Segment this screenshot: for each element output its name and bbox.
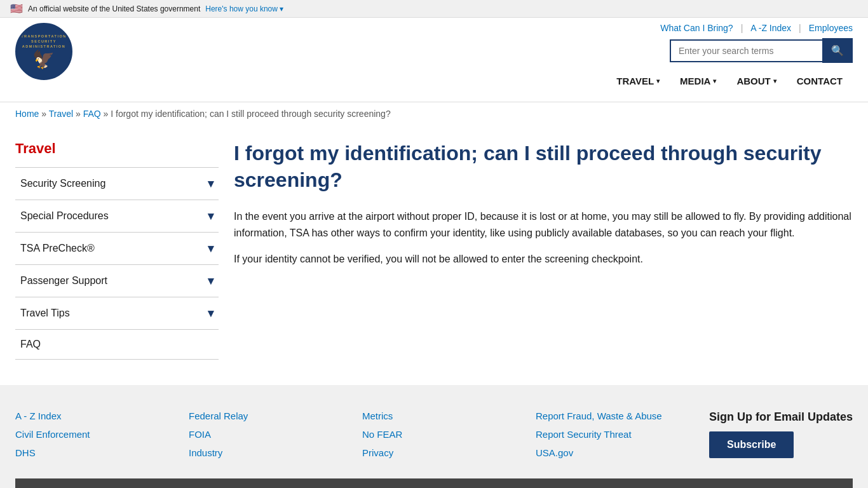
footer-col-1: A - Z Index Civil Enforcement DHS — [15, 410, 173, 458]
logo-text: TRANSPORTATIONSECURITYADMINISTRATION — [21, 34, 67, 49]
nav-travel[interactable]: TRAVEL ▾ — [606, 71, 670, 92]
breadcrumb-travel[interactable]: Travel — [49, 109, 73, 119]
eagle-icon: 🦅 — [32, 51, 55, 69]
main-container: Travel Security Screening ▾ Special Proc… — [0, 125, 868, 385]
footer-link-foia[interactable]: FOIA — [189, 429, 347, 440]
gov-banner: 🇺🇸 An official website of the United Sta… — [0, 0, 868, 18]
site-header: TRANSPORTATIONSECURITYADMINISTRATION 🦅 W… — [0, 18, 868, 102]
sidebar-link-tsa-precheck: TSA PreCheck® — [20, 243, 95, 254]
main-content: I forgot my identification; can I still … — [234, 140, 853, 360]
subscribe-button[interactable]: Subscribe — [709, 431, 794, 458]
nav-contact[interactable]: CONTACT — [787, 71, 853, 92]
footer-signup: Sign Up for Email Updates Subscribe — [709, 410, 853, 458]
media-chevron-icon: ▾ — [713, 78, 716, 85]
chevron-down-icon: ▾ — [208, 274, 214, 288]
footer-col-4: Report Fraud, Waste & Abuse Report Secur… — [536, 410, 694, 458]
footer-link-federal-relay[interactable]: Federal Relay — [189, 410, 347, 421]
search-button[interactable]: 🔍 — [822, 38, 853, 63]
sidebar-item-travel-tips[interactable]: Travel Tips ▾ — [15, 297, 219, 329]
header-right: What Can I Bring? | A -Z Index | Employe… — [606, 23, 853, 92]
sidebar: Travel Security Screening ▾ Special Proc… — [15, 140, 219, 360]
signup-title: Sign Up for Email Updates — [709, 410, 853, 424]
page-title: I forgot my identification; can I still … — [234, 140, 853, 193]
content-paragraph-1: In the event you arrive at the airport w… — [234, 208, 853, 241]
sidebar-link-security-screening: Security Screening — [20, 178, 105, 189]
us-flag-icon: 🇺🇸 — [10, 3, 23, 15]
tsa-logo: TRANSPORTATIONSECURITYADMINISTRATION 🦅 — [15, 23, 72, 80]
search-icon: 🔍 — [831, 44, 844, 57]
nav-media[interactable]: MEDIA ▾ — [670, 71, 726, 92]
az-index-link[interactable]: A -Z Index — [750, 23, 791, 33]
sidebar-item-tsa-precheck[interactable]: TSA PreCheck® ▾ — [15, 232, 219, 264]
logo-area: TRANSPORTATIONSECURITYADMINISTRATION 🦅 — [15, 23, 72, 80]
sidebar-link-travel-tips: Travel Tips — [20, 308, 70, 319]
social-bar: ✏️ TSABLOG Instagram Twitter Facebook — [15, 478, 853, 488]
chevron-down-icon: ▾ — [208, 241, 214, 255]
search-input[interactable] — [670, 39, 822, 62]
what-can-i-bring-link[interactable]: What Can I Bring? — [660, 23, 733, 33]
footer-link-industry[interactable]: Industry — [189, 447, 347, 458]
sidebar-item-special-procedures[interactable]: Special Procedures ▾ — [15, 200, 219, 232]
header-links: What Can I Bring? | A -Z Index | Employe… — [660, 23, 853, 33]
breadcrumb-home[interactable]: Home — [15, 109, 39, 119]
footer-link-metrics[interactable]: Metrics — [362, 410, 520, 421]
sidebar-link-special-procedures: Special Procedures — [20, 210, 109, 222]
site-footer: A - Z Index Civil Enforcement DHS Federa… — [0, 385, 868, 488]
breadcrumb-current: I forgot my identification; can I still … — [111, 109, 390, 119]
nav-about[interactable]: ABOUT ▾ — [726, 71, 786, 92]
employees-link[interactable]: Employees — [809, 23, 853, 33]
footer-link-az-index[interactable]: A - Z Index — [15, 410, 173, 421]
chevron-down-icon: ▾ — [208, 209, 214, 223]
how-you-know-link[interactable]: Here's how you know ▾ — [205, 4, 283, 13]
footer-link-civil-enforcement[interactable]: Civil Enforcement — [15, 429, 173, 440]
footer-link-no-fear[interactable]: No FEAR — [362, 429, 520, 440]
chevron-down-icon: ▾ — [208, 177, 214, 191]
content-body: In the event you arrive at the airport w… — [234, 208, 853, 268]
footer-link-dhs[interactable]: DHS — [15, 447, 173, 458]
content-paragraph-2: If your identity cannot be verified, you… — [234, 251, 853, 268]
gov-banner-text: An official website of the United States… — [28, 4, 200, 13]
footer-link-privacy[interactable]: Privacy — [362, 447, 520, 458]
sidebar-item-passenger-support[interactable]: Passenger Support ▾ — [15, 264, 219, 297]
chevron-down-icon: ▾ — [208, 306, 214, 320]
footer-link-report-security[interactable]: Report Security Threat — [536, 429, 694, 440]
breadcrumb: Home » Travel » FAQ » I forgot my identi… — [0, 102, 868, 125]
footer-link-usa-gov[interactable]: USA.gov — [536, 447, 694, 458]
footer-col-2: Federal Relay FOIA Industry — [189, 410, 347, 458]
search-bar: 🔍 — [670, 38, 853, 63]
travel-chevron-icon: ▾ — [656, 78, 660, 85]
sidebar-link-passenger-support: Passenger Support — [20, 275, 107, 287]
sidebar-item-security-screening[interactable]: Security Screening ▾ — [15, 167, 219, 200]
sidebar-title: Travel — [15, 140, 219, 157]
footer-links: A - Z Index Civil Enforcement DHS Federa… — [15, 410, 853, 458]
footer-col-3: Metrics No FEAR Privacy — [362, 410, 520, 458]
sidebar-item-faq[interactable]: FAQ — [15, 329, 219, 360]
footer-link-report-fraud[interactable]: Report Fraud, Waste & Abuse — [536, 410, 694, 421]
about-chevron-icon: ▾ — [773, 78, 776, 85]
breadcrumb-faq[interactable]: FAQ — [83, 109, 101, 119]
main-nav: TRAVEL ▾ MEDIA ▾ ABOUT ▾ CONTACT — [606, 71, 853, 92]
sidebar-link-faq: FAQ — [20, 339, 41, 350]
